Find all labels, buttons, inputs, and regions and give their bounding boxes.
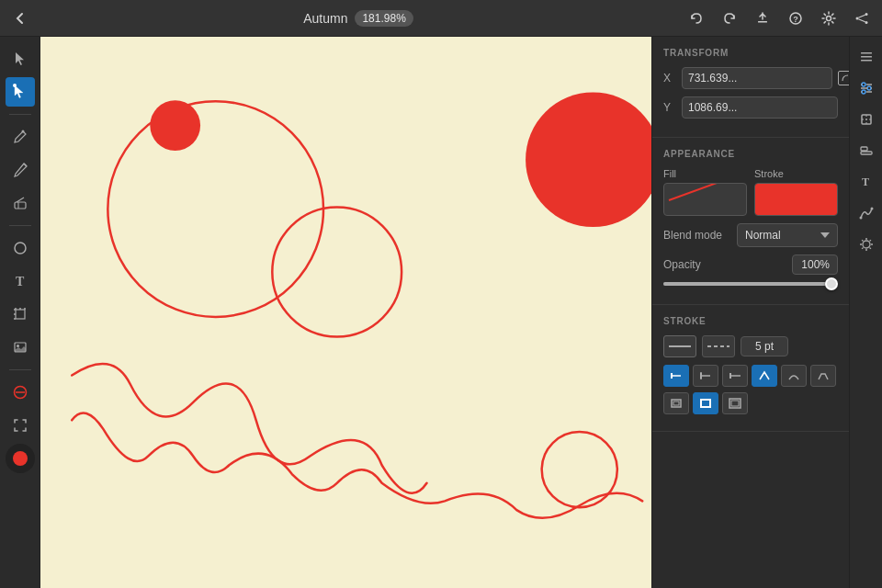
toolbar-separator-2 (9, 225, 31, 226)
pen-tool[interactable] (6, 122, 35, 152)
svg-point-22 (17, 345, 19, 347)
help-button[interactable]: ? (783, 6, 808, 31)
y-input[interactable] (682, 96, 838, 119)
back-button[interactable] (7, 6, 33, 31)
path-panel-button[interactable] (854, 200, 879, 226)
fill-swatch[interactable] (663, 183, 747, 216)
topbar-center: Autumn 181.98% (303, 10, 413, 27)
stroke-width-input[interactable] (741, 336, 788, 356)
properties-panel-button[interactable] (854, 75, 879, 101)
svg-rect-42 (861, 56, 872, 58)
stroke-join-miter-button[interactable] (752, 365, 777, 387)
stroke-solid-button[interactable] (663, 335, 696, 357)
shape-tool[interactable] (6, 233, 35, 263)
type-panel-button[interactable]: T (854, 169, 879, 195)
resize-tool[interactable] (6, 411, 35, 440)
svg-rect-38 (701, 400, 710, 407)
right-icon-strip: T (849, 37, 882, 588)
svg-point-25 (13, 451, 28, 466)
svg-point-3 (827, 16, 831, 20)
svg-line-8 (858, 18, 865, 21)
stroke-cap-flat-button[interactable] (663, 365, 689, 387)
stroke-color (755, 184, 837, 215)
svg-rect-43 (861, 60, 872, 62)
svg-text:T: T (16, 275, 25, 288)
svg-rect-34 (729, 373, 731, 379)
stroke-swatch[interactable] (754, 183, 838, 216)
transform-section: TRANSFORM X Y (652, 37, 849, 138)
opacity-track (663, 282, 838, 286)
redo-button[interactable] (717, 6, 742, 31)
direct-select-tool[interactable] (6, 77, 35, 107)
svg-rect-41 (861, 52, 872, 54)
stroke-cap-row-1 (663, 365, 838, 387)
stroke-title: STROKE (663, 316, 838, 326)
opacity-thumb (825, 277, 838, 290)
fill-stroke-row: Fill Stroke (663, 168, 838, 216)
stroke-align-outside-button[interactable] (722, 392, 748, 414)
svg-point-9 (13, 84, 17, 87)
x-input[interactable] (682, 67, 832, 89)
stroke-section: STROKE (652, 305, 849, 432)
stroke-cap-round-button[interactable] (693, 365, 718, 387)
opacity-slider[interactable] (663, 282, 838, 286)
svg-rect-14 (16, 310, 25, 319)
image-tool[interactable] (6, 333, 35, 362)
pencil-tool[interactable] (6, 155, 35, 185)
svg-point-5 (865, 13, 868, 16)
main-area: T (0, 37, 882, 588)
stroke-join-round-button[interactable] (781, 365, 807, 387)
svg-text:T: T (862, 175, 869, 188)
artboard-tool[interactable] (6, 300, 35, 329)
share-button[interactable] (849, 6, 875, 31)
svg-rect-0 (758, 21, 767, 23)
eraser-tool[interactable] (6, 188, 35, 218)
topbar: Autumn 181.98% ? (0, 0, 882, 37)
opacity-row: Opacity 100% (663, 254, 838, 275)
export-button[interactable] (750, 6, 775, 31)
stroke-corner-row (663, 392, 838, 414)
appearance-title: APPEARANCE (663, 149, 838, 159)
corner-radius-icon (838, 71, 849, 85)
select-tool[interactable] (6, 44, 35, 74)
circle-active-tool[interactable] (6, 444, 35, 473)
stroke-align-center-button[interactable] (693, 392, 718, 414)
svg-rect-56 (861, 147, 867, 151)
canvas-area[interactable] (40, 37, 651, 588)
svg-point-12 (15, 243, 26, 254)
x-field-row: X (663, 67, 838, 89)
zoom-level[interactable]: 181.98% (355, 10, 413, 27)
align-panel-button[interactable] (854, 138, 879, 164)
opacity-value[interactable]: 100% (792, 254, 838, 275)
svg-point-60 (870, 208, 873, 210)
stroke-col: Stroke (754, 168, 838, 216)
svg-point-27 (150, 100, 200, 151)
effects-panel-button[interactable] (854, 232, 879, 257)
svg-text:?: ? (793, 15, 798, 24)
canvas-svg (40, 37, 651, 588)
svg-point-30 (542, 432, 617, 507)
text-tool[interactable]: T (6, 266, 35, 296)
undo-button[interactable] (684, 6, 709, 31)
blend-mode-row: Blend mode Normal Multiply Screen Overla… (663, 223, 838, 247)
fill-label: Fill (663, 168, 747, 179)
transform-panel-button[interactable] (854, 107, 879, 132)
svg-point-28 (272, 208, 401, 337)
stroke-cap-square-button[interactable] (722, 365, 748, 387)
right-panel: TRANSFORM X Y APPEARANCE Fill (651, 37, 849, 588)
stroke-align-inside-button[interactable] (663, 392, 689, 414)
blend-mode-label: Blend mode (663, 229, 737, 242)
layers-panel-button[interactable] (854, 44, 879, 70)
y-label: Y (663, 101, 676, 114)
stroke-join-bevel-button[interactable] (810, 365, 836, 387)
svg-point-29 (526, 92, 651, 227)
blend-mode-select[interactable]: Normal Multiply Screen Overlay (737, 223, 838, 247)
svg-line-67 (869, 248, 870, 249)
svg-line-68 (869, 240, 870, 241)
no-entry-tool[interactable] (6, 378, 35, 407)
svg-line-7 (858, 15, 865, 17)
stroke-dashed-button[interactable] (702, 335, 735, 357)
settings-button[interactable] (816, 6, 842, 31)
fill-diagonal-icon (664, 184, 746, 215)
svg-line-66 (862, 240, 863, 241)
